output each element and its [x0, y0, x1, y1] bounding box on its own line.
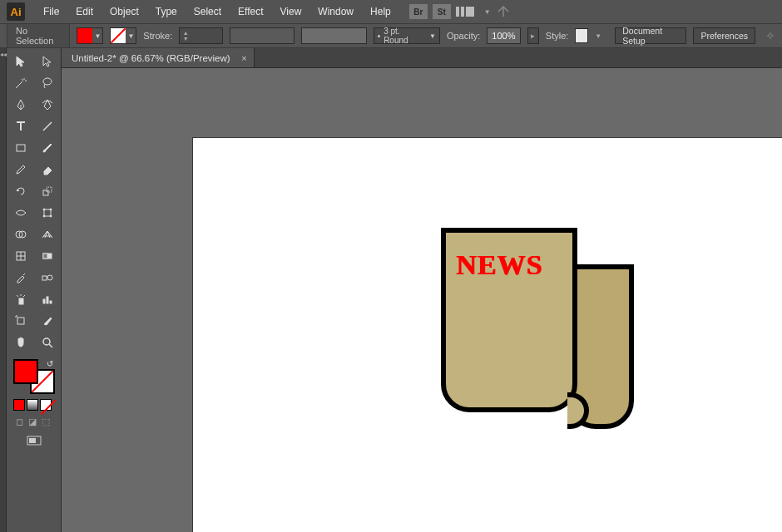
canvas[interactable]: NEWS [62, 68, 782, 532]
stock-icon[interactable]: St [433, 4, 451, 19]
symbol-sprayer-tool-icon[interactable] [8, 289, 33, 309]
menu-view[interactable]: View [272, 2, 310, 21]
type-tool-icon[interactable] [8, 116, 33, 136]
pen-tool-icon[interactable] [8, 95, 33, 115]
line-segment-tool-icon[interactable] [35, 116, 60, 136]
bridge-icon[interactable]: Br [409, 4, 428, 19]
eraser-tool-icon[interactable] [35, 160, 60, 180]
svg-point-26 [43, 338, 50, 345]
magic-wand-tool-icon[interactable] [8, 73, 33, 93]
stroke-color-swatch[interactable]: ▼ [110, 27, 136, 44]
svg-point-0 [43, 78, 52, 85]
color-mode-swatch[interactable] [13, 399, 25, 411]
lasso-tool-icon[interactable] [35, 73, 60, 93]
scale-tool-icon[interactable] [35, 181, 60, 201]
menu-bar: Ai File Edit Object Type Select Effect V… [0, 0, 782, 23]
pencil-tool-icon[interactable] [8, 160, 33, 180]
draw-behind-icon[interactable]: ◪ [27, 416, 38, 427]
menu-effect[interactable]: Effect [230, 2, 271, 21]
none-mode-swatch[interactable] [40, 399, 52, 411]
svg-rect-17 [42, 276, 47, 280]
menu-window[interactable]: Window [309, 2, 362, 21]
svg-rect-16 [43, 254, 47, 259]
rotate-tool-icon[interactable] [8, 181, 33, 201]
zoom-tool-icon[interactable] [35, 332, 60, 352]
pin-control-icon[interactable]: ✧ [765, 29, 775, 42]
opacity-dropdown-icon[interactable]: ▸ [527, 27, 539, 44]
menu-select[interactable]: Select [186, 2, 230, 21]
artboard: NEWS [193, 138, 782, 532]
blend-tool-icon[interactable] [35, 268, 60, 288]
direct-selection-tool-icon[interactable] [35, 52, 60, 71]
swap-fill-stroke-icon[interactable]: ↺ [47, 359, 53, 368]
perspective-grid-tool-icon[interactable] [35, 224, 60, 244]
selection-tool-icon[interactable] [8, 52, 33, 71]
panel-dock-collapse[interactable]: ◂◂ [0, 48, 7, 532]
svg-point-18 [47, 275, 52, 280]
svg-rect-29 [29, 438, 36, 443]
menu-type[interactable]: Type [147, 2, 186, 21]
svg-rect-19 [19, 298, 23, 304]
free-transform-tool-icon[interactable] [35, 203, 60, 223]
close-tab-icon[interactable]: × [241, 53, 246, 63]
svg-point-6 [43, 209, 45, 210]
column-graph-tool-icon[interactable] [35, 289, 60, 309]
svg-line-27 [49, 344, 52, 347]
svg-rect-3 [43, 190, 48, 195]
svg-rect-22 [50, 301, 52, 303]
document-tab-bar: Untitled-2* @ 66.67% (RGB/Preview) × [62, 48, 782, 68]
svg-point-8 [43, 215, 45, 217]
news-text: NEWS [456, 249, 542, 281]
preferences-button[interactable]: Preferences [693, 27, 755, 44]
toolbox: ↺ ◻ ◪ ⬚ [7, 48, 62, 532]
menu-file[interactable]: File [35, 2, 67, 21]
gradient-mode-swatch[interactable] [27, 399, 38, 411]
style-label: Style: [546, 31, 569, 41]
stroke-weight-input[interactable]: ▲▼ [179, 27, 223, 44]
gradient-tool-icon[interactable] [35, 246, 60, 266]
opacity-input[interactable]: 100% [487, 27, 520, 44]
menu-object[interactable]: Object [101, 2, 147, 21]
svg-point-9 [50, 215, 52, 217]
svg-rect-2 [17, 145, 25, 151]
selection-indicator: No Selection [7, 23, 70, 48]
fill-box-icon[interactable] [13, 359, 38, 384]
svg-rect-23 [17, 318, 24, 324]
document-setup-button[interactable]: Document Setup [615, 27, 686, 44]
brush-definition[interactable]: 3 pt. Round▼ [374, 27, 440, 44]
graphic-style-swatch[interactable] [575, 28, 588, 43]
svg-rect-4 [47, 187, 52, 192]
style-dropdown-icon[interactable]: ▼ [595, 32, 601, 40]
search-stock-icon[interactable] [496, 5, 511, 18]
arrange-documents-icon[interactable] [456, 5, 479, 18]
slice-tool-icon[interactable] [35, 311, 60, 331]
document-tab[interactable]: Untitled-2* @ 66.67% (RGB/Preview) × [62, 48, 255, 67]
rectangle-tool-icon[interactable] [8, 138, 33, 158]
width-tool-icon[interactable] [8, 203, 33, 223]
variable-width-profile[interactable] [230, 27, 295, 44]
menu-edit[interactable]: Edit [67, 2, 101, 21]
control-bar: No Selection ▼ ▼ Stroke: ▲▼ 3 pt. Round▼… [0, 23, 782, 48]
draw-inside-icon[interactable]: ⬚ [40, 416, 52, 427]
svg-line-1 [43, 122, 52, 131]
svg-rect-20 [43, 299, 45, 303]
workspace-dropdown-icon[interactable]: ▼ [484, 8, 491, 16]
shape-builder-tool-icon[interactable] [8, 224, 33, 244]
fill-color-swatch[interactable]: ▼ [77, 27, 103, 44]
hand-tool-icon[interactable] [8, 332, 33, 352]
artboard-tool-icon[interactable] [8, 311, 33, 331]
eyedropper-tool-icon[interactable] [8, 268, 33, 288]
brush-definition-empty[interactable] [301, 27, 367, 44]
paintbrush-tool-icon[interactable] [35, 138, 60, 158]
curvature-tool-icon[interactable] [35, 95, 60, 115]
mesh-tool-icon[interactable] [8, 246, 33, 266]
screen-mode-icon[interactable] [27, 436, 59, 451]
stroke-label: Stroke: [143, 31, 172, 41]
svg-rect-21 [47, 297, 48, 303]
menu-help[interactable]: Help [362, 2, 399, 21]
draw-normal-icon[interactable]: ◻ [13, 416, 25, 427]
app-logo-icon: Ai [7, 2, 25, 21]
svg-point-7 [50, 209, 52, 210]
fill-stroke-indicator[interactable]: ↺ [13, 359, 55, 394]
document-area: Untitled-2* @ 66.67% (RGB/Preview) × NEW… [62, 48, 782, 532]
